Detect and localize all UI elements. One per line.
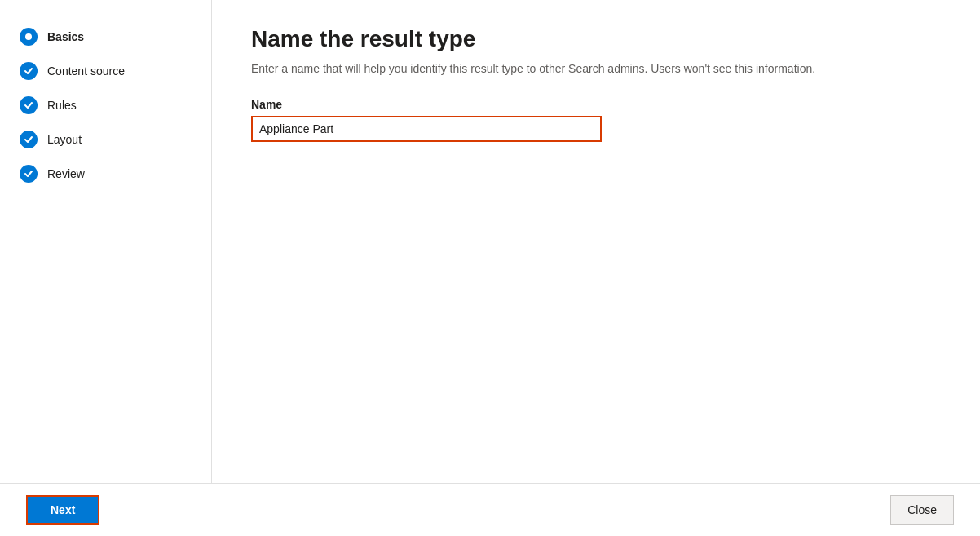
sidebar-item-basics[interactable]: Basics bbox=[0, 20, 211, 54]
name-input[interactable] bbox=[251, 116, 602, 142]
svg-point-0 bbox=[25, 33, 32, 40]
step-circle-review bbox=[20, 165, 38, 183]
sidebar-item-content-source[interactable]: Content source bbox=[0, 54, 211, 88]
check-icon-review bbox=[24, 169, 33, 179]
sidebar-item-review[interactable]: Review bbox=[0, 157, 211, 191]
main-content: Name the result type Enter a name that w… bbox=[212, 0, 980, 483]
check-icon-rules bbox=[24, 100, 33, 110]
footer: Next Close bbox=[0, 483, 980, 536]
sidebar: Basics Content source Rules bbox=[0, 0, 212, 483]
sidebar-label-layout: Layout bbox=[47, 133, 82, 146]
page-description: Enter a name that will help you identify… bbox=[251, 62, 854, 75]
check-icon-layout bbox=[24, 135, 33, 144]
check-icon-content-source bbox=[24, 66, 33, 76]
footer-left: Next bbox=[26, 495, 99, 525]
step-circle-content-source bbox=[20, 62, 38, 80]
close-button[interactable]: Close bbox=[890, 495, 954, 525]
sidebar-item-rules[interactable]: Rules bbox=[0, 88, 211, 122]
step-circle-rules bbox=[20, 96, 38, 114]
step-circle-basics bbox=[20, 28, 38, 46]
name-input-wrapper bbox=[251, 116, 602, 142]
sidebar-label-review: Review bbox=[47, 167, 85, 180]
sidebar-label-basics: Basics bbox=[47, 30, 84, 43]
dot-icon bbox=[24, 32, 33, 42]
sidebar-item-layout[interactable]: Layout bbox=[0, 122, 211, 157]
sidebar-label-rules: Rules bbox=[47, 99, 77, 112]
next-button[interactable]: Next bbox=[26, 495, 99, 525]
name-field-label: Name bbox=[251, 98, 941, 111]
page-title: Name the result type bbox=[251, 26, 941, 52]
sidebar-label-content-source: Content source bbox=[47, 64, 125, 78]
step-circle-layout bbox=[20, 131, 38, 148]
